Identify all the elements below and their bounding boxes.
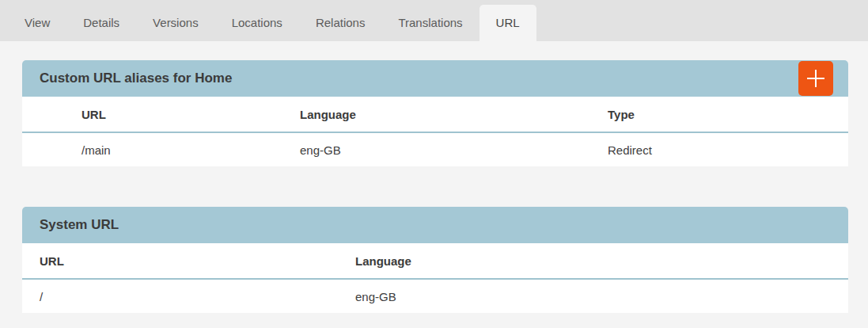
tab-locations[interactable]: Locations xyxy=(215,5,299,41)
custom-aliases-header: Custom URL aliases for Home xyxy=(22,60,848,97)
column-header-language: Language xyxy=(338,243,848,279)
custom-aliases-title: Custom URL aliases for Home xyxy=(40,71,232,86)
system-url-table: URL Language / eng-GB xyxy=(22,243,848,313)
table-header-row: URL Language xyxy=(22,243,848,279)
tab-relations[interactable]: Relations xyxy=(299,5,382,41)
system-url-title: System URL xyxy=(40,217,119,233)
add-alias-button[interactable] xyxy=(798,61,833,96)
tab-details[interactable]: Details xyxy=(66,5,136,41)
alias-type-cell: Redirect xyxy=(590,132,848,166)
tab-view[interactable]: View xyxy=(8,5,66,41)
system-url-cell: / xyxy=(22,279,338,313)
tab-versions[interactable]: Versions xyxy=(136,5,215,41)
system-url-header: System URL xyxy=(22,207,848,243)
alias-language-cell: eng-GB xyxy=(282,132,590,166)
system-url-table-row: / eng-GB xyxy=(22,279,848,313)
system-url-section: System URL URL Language / eng-GB xyxy=(22,207,848,313)
tab-translations[interactable]: Translations xyxy=(381,5,479,41)
column-header-url: URL xyxy=(22,243,338,279)
checkbox-cell xyxy=(22,132,64,166)
checkbox-column-header xyxy=(22,97,64,132)
table-header-row: URL Language Type xyxy=(22,97,848,132)
alias-table-row: /main eng-GB Redirect xyxy=(22,132,848,166)
column-header-language: Language xyxy=(282,97,590,132)
system-language-cell: eng-GB xyxy=(338,279,848,313)
custom-aliases-table: URL Language Type /main eng-GB Redirect xyxy=(22,97,848,166)
content-area: Custom URL aliases for Home URL Languag xyxy=(0,41,868,313)
alias-url-cell: /main xyxy=(64,132,282,166)
column-header-url: URL xyxy=(64,97,282,132)
custom-aliases-section: Custom URL aliases for Home URL Languag xyxy=(22,60,848,166)
column-header-type: Type xyxy=(590,97,848,132)
tab-url[interactable]: URL xyxy=(479,5,536,41)
tab-bar: View Details Versions Locations Relation… xyxy=(0,0,868,41)
plus-icon xyxy=(805,68,826,89)
